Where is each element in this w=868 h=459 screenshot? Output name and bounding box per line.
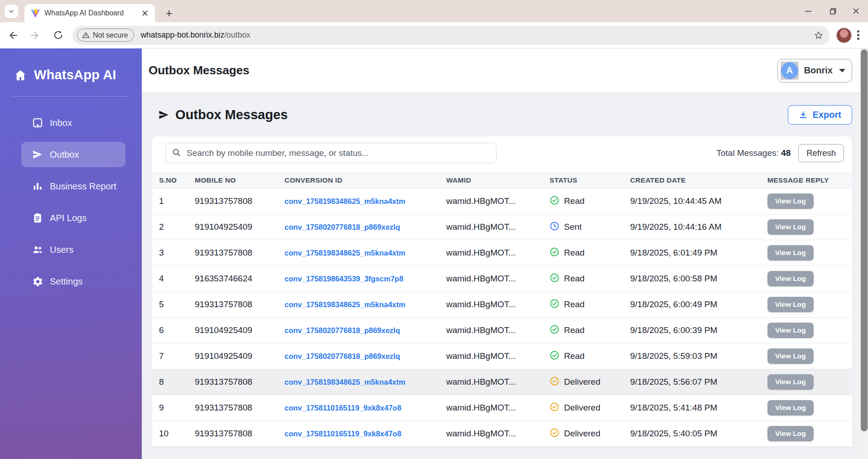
close-icon bbox=[852, 7, 860, 15]
status-badge: Read bbox=[564, 274, 584, 284]
address-bar[interactable]: Not secure whatsapp-bot.bonrix.biz/outbo… bbox=[72, 26, 830, 45]
col-conversion-id: CONVERSION ID bbox=[285, 173, 446, 188]
conversion-id-link[interactable]: conv_1758198348625_m5kna4xtm bbox=[285, 249, 405, 257]
export-button[interactable]: Export bbox=[788, 105, 852, 125]
conversion-id-link[interactable]: conv_1758110165119_9xk8x47o8 bbox=[285, 404, 401, 412]
cell-mobile: 919313757808 bbox=[195, 292, 285, 318]
browser-tab[interactable]: WhatsApp AI Dashboard ✕ bbox=[24, 4, 155, 22]
cell-created-date: 9/18/2025, 5:56:07 PM bbox=[630, 369, 767, 395]
conversion-id-link[interactable]: conv_1758198348625_m5kna4xtm bbox=[285, 197, 405, 205]
cell-wamid: wamid.HBgMOT... bbox=[446, 188, 550, 214]
cell-mobile: 919313757808 bbox=[195, 188, 285, 214]
security-chip[interactable]: Not secure bbox=[77, 29, 134, 42]
browser-titlebar: WhatsApp AI Dashboard ✕ + bbox=[0, 0, 868, 22]
cell-mobile: 919313757808 bbox=[195, 240, 285, 266]
table-row: 2 919104925409 conv_1758020776818_p869xe… bbox=[152, 214, 852, 240]
scrollbar-thumb[interactable] bbox=[861, 49, 868, 431]
view-log-button[interactable]: View Log bbox=[767, 374, 814, 390]
conversion-id-link[interactable]: conv_1758020776818_p869xezlq bbox=[285, 326, 400, 334]
table-header-row: S.NO MOBILE NO CONVERSION ID WAMID STATU… bbox=[152, 173, 852, 188]
browser-window: WhatsApp AI Dashboard ✕ + Not secure wha… bbox=[0, 0, 868, 459]
conversion-id-link[interactable]: conv_1758110165119_9xk8x47o8 bbox=[285, 430, 401, 438]
status-badge: Read bbox=[564, 196, 584, 206]
cell-wamid: wamid.HBgMOT... bbox=[446, 343, 550, 369]
view-log-button[interactable]: View Log bbox=[767, 271, 814, 286]
cell-sno: 2 bbox=[152, 214, 195, 240]
bookmark-star-icon[interactable] bbox=[814, 30, 824, 40]
view-log-button[interactable]: View Log bbox=[767, 297, 814, 312]
card-toolbar: Total Messages: 48 Refresh bbox=[152, 136, 852, 172]
sidebar-item-outbox[interactable]: Outbox bbox=[21, 142, 125, 167]
cell-mobile: 919104925409 bbox=[195, 343, 285, 369]
brand[interactable]: WhatsApp AI bbox=[0, 48, 142, 82]
minimize-icon bbox=[804, 7, 812, 15]
download-icon bbox=[799, 111, 808, 120]
cell-sno: 4 bbox=[152, 266, 195, 292]
browser-profile-avatar[interactable] bbox=[836, 28, 852, 43]
sidebar-item-api-logs[interactable]: API Logs bbox=[21, 205, 125, 231]
check-circle-icon bbox=[550, 299, 559, 311]
view-log-button[interactable]: View Log bbox=[767, 323, 814, 338]
conversion-id-link[interactable]: conv_1758020776818_p869xezlq bbox=[285, 223, 400, 231]
search-input[interactable] bbox=[165, 143, 497, 163]
conversion-id-link[interactable]: conv_1758198348625_m5kna4xtm bbox=[285, 378, 405, 386]
security-label: Not secure bbox=[93, 31, 128, 39]
restore-button[interactable] bbox=[820, 0, 844, 22]
status-badge: Read bbox=[564, 351, 584, 361]
cell-mobile: 916353746624 bbox=[195, 266, 285, 292]
minimize-button[interactable] bbox=[796, 0, 820, 22]
check-circle-icon bbox=[550, 428, 559, 440]
url-path: /outbox bbox=[224, 30, 250, 39]
browser-menu-button[interactable] bbox=[857, 30, 859, 40]
sidebar: WhatsApp AI Inbox Outbox Business Report bbox=[0, 48, 142, 459]
cell-sno: 10 bbox=[152, 421, 195, 447]
user-menu-button[interactable]: A Bonrix bbox=[777, 59, 852, 82]
view-log-button[interactable]: View Log bbox=[767, 400, 814, 416]
back-button[interactable] bbox=[3, 25, 23, 45]
restore-icon bbox=[828, 7, 836, 15]
conversion-id-link[interactable]: conv_1758198348625_m5kna4xtm bbox=[285, 300, 405, 309]
chevron-down-icon bbox=[8, 8, 14, 14]
table-row: 1 919313757808 conv_1758198348625_m5kna4… bbox=[152, 188, 852, 214]
conversion-id-link[interactable]: conv_1758198643539_3fgscm7p8 bbox=[285, 275, 403, 283]
page-header: Outbox Messages A Bonrix bbox=[142, 48, 868, 93]
view-log-button[interactable]: View Log bbox=[767, 245, 814, 261]
view-log-button[interactable]: View Log bbox=[767, 219, 814, 235]
cell-created-date: 9/18/2025, 5:59:03 PM bbox=[630, 343, 767, 369]
status-badge: Read bbox=[564, 248, 584, 258]
view-log-button[interactable]: View Log bbox=[767, 426, 814, 441]
sidebar-item-settings[interactable]: Settings bbox=[21, 269, 125, 294]
tab-close-icon[interactable]: ✕ bbox=[140, 9, 149, 18]
conversion-id-link[interactable]: conv_1758020776818_p869xezlq bbox=[285, 352, 400, 360]
view-log-button[interactable]: View Log bbox=[767, 193, 814, 209]
sidebar-item-inbox[interactable]: Inbox bbox=[21, 110, 125, 135]
check-circle-icon bbox=[550, 273, 559, 285]
table-row: 9 919313757808 conv_1758110165119_9xk8x4… bbox=[152, 395, 852, 421]
vite-favicon-icon bbox=[31, 9, 40, 18]
table-row: 5 919313757808 conv_1758198348625_m5kna4… bbox=[152, 292, 852, 318]
reload-button[interactable] bbox=[48, 25, 68, 45]
cell-sno: 1 bbox=[152, 188, 195, 214]
clipboard-icon bbox=[32, 212, 43, 224]
page-scrollbar[interactable] bbox=[860, 48, 868, 459]
col-status: STATUS bbox=[550, 173, 630, 188]
close-button[interactable] bbox=[844, 0, 868, 22]
sidebar-item-label: Outbox bbox=[50, 150, 79, 160]
cell-wamid: wamid.HBgMOT... bbox=[446, 214, 550, 240]
new-tab-button[interactable]: + bbox=[161, 5, 177, 21]
forward-button[interactable] bbox=[25, 25, 45, 45]
table-row: 4 916353746624 conv_1758198643539_3fgscm… bbox=[152, 266, 852, 292]
tab-search-button[interactable] bbox=[5, 5, 18, 18]
sidebar-divider bbox=[13, 96, 129, 97]
messages-table: S.NO MOBILE NO CONVERSION ID WAMID STATU… bbox=[152, 172, 852, 447]
cell-created-date: 9/19/2025, 10:44:16 AM bbox=[630, 214, 767, 240]
sidebar-item-users[interactable]: Users bbox=[21, 237, 125, 262]
content: Outbox Messages Export Total bbox=[142, 93, 868, 459]
status-badge: Delivered bbox=[564, 403, 600, 413]
clock-icon bbox=[550, 221, 559, 233]
refresh-button[interactable]: Refresh bbox=[798, 144, 844, 162]
back-arrow-icon bbox=[7, 30, 18, 41]
chevron-down-icon bbox=[839, 69, 845, 72]
view-log-button[interactable]: View Log bbox=[767, 348, 814, 364]
sidebar-item-business-report[interactable]: Business Report bbox=[21, 174, 125, 199]
